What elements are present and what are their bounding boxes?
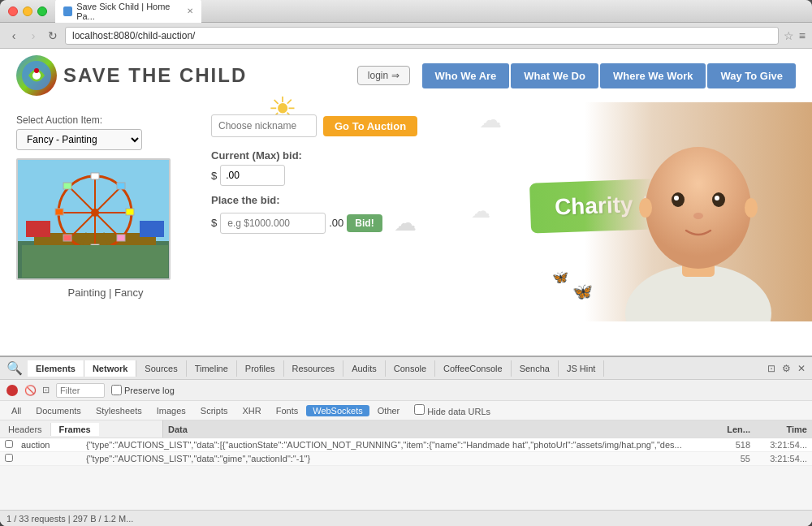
svg-rect-24 (22, 245, 168, 278)
svg-point-27 (646, 147, 751, 269)
nav-way-to-give[interactable]: Way To Give (707, 63, 796, 88)
filter-websockets[interactable]: WebSockets (306, 405, 369, 416)
bookmark-icon[interactable]: ☆ (784, 29, 794, 42)
go-auction-button[interactable]: Go To Auction (323, 116, 417, 136)
filter-fonts[interactable]: Fonts (270, 405, 305, 416)
site-body: ☀ ☁ ☁ ☁ Select Auction Item: Fancy - Pai… (0, 102, 812, 321)
svg-rect-17 (117, 235, 125, 241)
filter-documents[interactable]: Documents (29, 405, 88, 416)
svg-rect-22 (26, 221, 50, 237)
clear-button[interactable]: 🚫 (24, 385, 36, 396)
nickname-input[interactable] (211, 114, 317, 137)
devtools-tab-audits[interactable]: Audits (343, 360, 386, 377)
table-row[interactable]: {"type":"AUCTIONS_LIST","data":"gime","a… (0, 452, 812, 466)
svg-point-31 (715, 196, 719, 200)
dollar-sign-2: $ (211, 217, 217, 229)
data-column-header: Data Len... Time (162, 420, 812, 438)
devtools-tab-network[interactable]: Network (84, 360, 136, 377)
row-time-2: 3:21:54... (750, 454, 807, 463)
smiley-cloud: ☁ (394, 209, 417, 236)
close-button[interactable] (8, 6, 18, 16)
browser-content: SAVE THE CHILD login ⇒ Who We Are What W… (0, 49, 812, 526)
row-name-1: auction (21, 440, 86, 450)
bid-button[interactable]: Bid! (347, 214, 382, 232)
devtools-tab-coffeeconsole[interactable]: CoffeeConsole (435, 360, 512, 377)
filter-all[interactable]: All (5, 405, 28, 416)
logo-area: SAVE THE CHILD (16, 55, 247, 96)
filter-input[interactable] (56, 383, 105, 398)
devtools-tab-jshint[interactable]: JS Hint (559, 360, 604, 377)
devtools-tab-profiles[interactable]: Profiles (237, 360, 284, 377)
svg-point-30 (674, 196, 679, 200)
devtools-tab-console[interactable]: Console (386, 360, 435, 377)
svg-point-32 (693, 213, 703, 219)
preserve-log-label: Preserve log (111, 385, 175, 395)
devtools-statusbar: 1 / 33 requests | 297 B / 1.2 M... (0, 510, 812, 526)
back-button[interactable]: ‹ (6, 28, 21, 43)
sub-tabs: Headers Frames (0, 423, 162, 436)
filter-icon[interactable]: ⊡ (42, 385, 50, 395)
forward-button[interactable]: › (26, 28, 41, 43)
devtools-subtoolbar: 🚫 ⊡ Preserve log (0, 380, 812, 401)
devtools-tab-elements[interactable]: Elements (28, 360, 84, 377)
filter-stylesheets[interactable]: Stylesheets (89, 405, 149, 416)
browser-tab[interactable]: Save Sick Child | Home Pa... ✕ (55, 0, 201, 24)
devtools-tab-timeline[interactable]: Timeline (187, 360, 237, 377)
preserve-log-checkbox[interactable] (111, 385, 122, 395)
select-auction-label: Select Auction Item: (16, 114, 195, 126)
devtools-panel: 🔍 Elements Network Sources Timeline Prof… (0, 356, 812, 526)
subtab-headers[interactable]: Headers (0, 423, 51, 436)
row-time-1: 3:21:54... (750, 440, 807, 450)
devtools-tab-sources[interactable]: Sources (136, 360, 186, 377)
address-input[interactable] (65, 27, 779, 45)
record-button[interactable] (6, 385, 18, 396)
svg-rect-15 (55, 209, 63, 215)
devtools-tab-sencha[interactable]: Sencha (512, 360, 559, 377)
devtools-dock-icon[interactable]: ⊡ (767, 363, 775, 374)
filter-scripts[interactable]: Scripts (194, 405, 235, 416)
devtools-filter-bar: All Documents Stylesheets Images Scripts… (0, 401, 812, 420)
menu-icon[interactable]: ≡ (799, 29, 806, 42)
svg-point-34 (745, 198, 758, 218)
traffic-lights (8, 6, 47, 16)
tab-close-icon[interactable]: ✕ (187, 6, 193, 15)
reload-button[interactable]: ↻ (45, 28, 60, 43)
svg-rect-16 (117, 183, 125, 189)
svg-rect-18 (63, 183, 71, 189)
subtab-frames[interactable]: Frames (51, 423, 99, 436)
maximize-button[interactable] (37, 6, 47, 16)
bid-amount-input[interactable] (220, 213, 326, 234)
website: SAVE THE CHILD login ⇒ Who We Are What W… (0, 49, 812, 356)
nav-where-we-work[interactable]: Where We Work (600, 63, 706, 88)
devtools-settings-icon[interactable]: ⚙ (782, 363, 791, 374)
titlebar: Save Sick Child | Home Pa... ✕ (0, 0, 812, 23)
hide-data-urls-checkbox[interactable] (414, 404, 425, 415)
row-data-2: {"type":"AUCTIONS_LIST","data":"gime","a… (86, 454, 702, 463)
login-button[interactable]: login ⇒ (357, 66, 410, 85)
row-len-1: 518 (702, 440, 750, 450)
tab-favicon (63, 6, 72, 16)
filter-xhr[interactable]: XHR (235, 405, 267, 416)
devtools-tab-resources[interactable]: Resources (284, 360, 344, 377)
tab-area: Save Sick Child | Home Pa... ✕ (55, 0, 804, 24)
row-checkbox-1 (5, 440, 21, 450)
devtools-toolbar: 🔍 Elements Network Sources Timeline Prof… (0, 357, 812, 380)
col-len-label: Len... (702, 425, 750, 434)
auction-image (16, 158, 171, 280)
browser-window: Save Sick Child | Home Pa... ✕ ‹ › ↻ ☆ ≡ (0, 0, 812, 526)
left-panel: Select Auction Item: Fancy - Painting (16, 114, 195, 309)
filter-images[interactable]: Images (150, 405, 192, 416)
minimize-button[interactable] (23, 6, 32, 16)
nav-what-we-do[interactable]: What We Do (511, 63, 598, 88)
svg-point-33 (639, 198, 652, 218)
bid-suffix: .00 (329, 217, 343, 229)
devtools-close-icon[interactable]: ✕ (797, 363, 806, 374)
table-row[interactable]: auction {"type":"AUCTIONS_LIST","data":[… (0, 438, 812, 452)
filter-other[interactable]: Other (371, 405, 407, 416)
painting-label: Painting | Fancy (16, 287, 195, 299)
nav-who-we-are[interactable]: Who We Are (422, 63, 510, 88)
site-nav: Who We Are What We Do Where We Work Way … (422, 63, 797, 88)
auction-item-select[interactable]: Fancy - Painting (16, 129, 142, 150)
devtools-search-icon[interactable]: 🔍 (6, 360, 23, 376)
dollar-sign-1: $ (211, 170, 217, 182)
